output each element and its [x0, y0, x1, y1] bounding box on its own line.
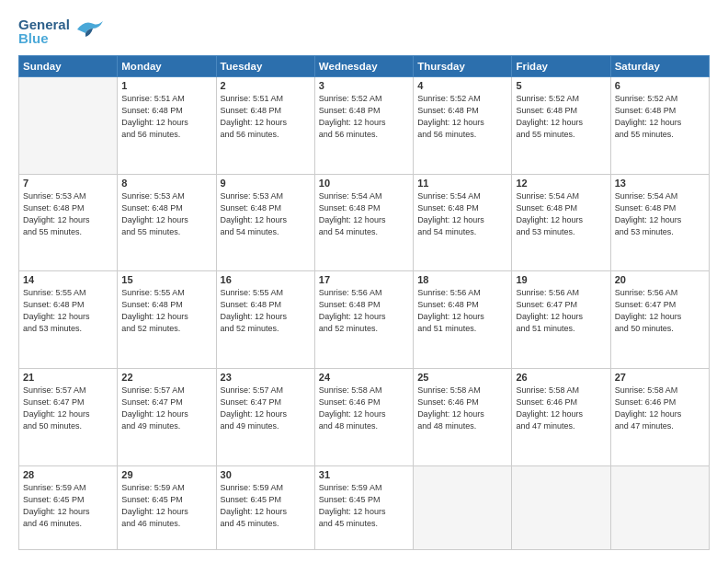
calendar-cell: 6Sunrise: 5:52 AMSunset: 6:48 PMDaylight…: [610, 77, 709, 175]
day-info: Sunrise: 5:58 AMSunset: 6:46 PMDaylight:…: [615, 385, 705, 432]
day-number: 1: [121, 80, 211, 91]
day-number: 2: [221, 80, 311, 91]
calendar-cell: 23Sunrise: 5:57 AMSunset: 6:47 PMDayligh…: [216, 369, 314, 466]
day-info: Sunrise: 5:53 AMSunset: 6:48 PMDaylight:…: [121, 190, 211, 238]
day-number: 8: [121, 178, 211, 189]
weekday-header-row: SundayMondayTuesdayWednesdayThursdayFrid…: [19, 56, 710, 77]
day-number: 28: [23, 469, 113, 480]
day-info: Sunrise: 5:51 AMSunset: 6:48 PMDaylight:…: [221, 93, 311, 141]
day-number: 16: [221, 274, 311, 285]
weekday-header-wednesday: Wednesday: [314, 56, 413, 77]
day-number: 24: [319, 372, 409, 383]
calendar-cell: 11Sunrise: 5:54 AMSunset: 6:48 PMDayligh…: [414, 174, 512, 271]
week-row-5: 28Sunrise: 5:59 AMSunset: 6:45 PMDayligh…: [19, 465, 710, 549]
day-info: Sunrise: 5:59 AMSunset: 6:45 PMDaylight:…: [221, 482, 311, 530]
day-number: 17: [319, 274, 409, 285]
calendar-cell: 12Sunrise: 5:54 AMSunset: 6:48 PMDayligh…: [512, 174, 610, 271]
calendar-cell: 16Sunrise: 5:55 AMSunset: 6:48 PMDayligh…: [216, 271, 314, 369]
day-number: 25: [417, 372, 507, 383]
calendar-cell: 31Sunrise: 5:59 AMSunset: 6:45 PMDayligh…: [314, 465, 413, 549]
logo-text-block: General Blue: [18, 17, 70, 46]
day-info: Sunrise: 5:57 AMSunset: 6:47 PMDaylight:…: [121, 385, 211, 432]
weekday-header-monday: Monday: [118, 56, 216, 77]
weekday-header-tuesday: Tuesday: [216, 56, 314, 77]
day-info: Sunrise: 5:52 AMSunset: 6:48 PMDaylight:…: [417, 93, 507, 141]
day-number: 11: [417, 178, 507, 189]
weekday-header-thursday: Thursday: [414, 56, 512, 77]
calendar-cell: [512, 465, 610, 549]
calendar-cell: 26Sunrise: 5:58 AMSunset: 6:46 PMDayligh…: [512, 369, 610, 466]
day-info: Sunrise: 5:54 AMSunset: 6:48 PMDaylight:…: [516, 190, 606, 238]
calendar-cell: [610, 465, 709, 549]
calendar-cell: 30Sunrise: 5:59 AMSunset: 6:45 PMDayligh…: [216, 465, 314, 549]
calendar-cell: 28Sunrise: 5:59 AMSunset: 6:45 PMDayligh…: [19, 465, 118, 549]
week-row-4: 21Sunrise: 5:57 AMSunset: 6:47 PMDayligh…: [19, 369, 710, 466]
calendar-cell: 22Sunrise: 5:57 AMSunset: 6:47 PMDayligh…: [118, 369, 216, 466]
day-info: Sunrise: 5:51 AMSunset: 6:48 PMDaylight:…: [121, 93, 211, 141]
calendar-cell: 25Sunrise: 5:58 AMSunset: 6:46 PMDayligh…: [414, 369, 512, 466]
calendar-cell: [414, 465, 512, 549]
week-row-3: 14Sunrise: 5:55 AMSunset: 6:48 PMDayligh…: [19, 271, 710, 369]
day-number: 30: [221, 469, 311, 480]
calendar-cell: 19Sunrise: 5:56 AMSunset: 6:47 PMDayligh…: [512, 271, 610, 369]
day-info: Sunrise: 5:57 AMSunset: 6:47 PMDaylight:…: [23, 385, 113, 432]
calendar-cell: 24Sunrise: 5:58 AMSunset: 6:46 PMDayligh…: [314, 369, 413, 466]
calendar-cell: 20Sunrise: 5:56 AMSunset: 6:47 PMDayligh…: [610, 271, 709, 369]
logo: General Blue: [18, 17, 105, 46]
calendar-cell: [19, 77, 118, 175]
day-number: 26: [516, 372, 606, 383]
day-info: Sunrise: 5:59 AMSunset: 6:45 PMDaylight:…: [319, 482, 409, 530]
day-info: Sunrise: 5:54 AMSunset: 6:48 PMDaylight:…: [319, 190, 409, 238]
weekday-header-sunday: Sunday: [19, 56, 118, 77]
day-info: Sunrise: 5:54 AMSunset: 6:48 PMDaylight:…: [615, 190, 705, 238]
calendar-cell: 4Sunrise: 5:52 AMSunset: 6:48 PMDaylight…: [414, 77, 512, 175]
day-info: Sunrise: 5:58 AMSunset: 6:46 PMDaylight:…: [417, 385, 507, 432]
day-number: 12: [516, 178, 606, 189]
header: General Blue: [18, 17, 710, 46]
calendar-cell: 2Sunrise: 5:51 AMSunset: 6:48 PMDaylight…: [216, 77, 314, 175]
calendar-cell: 27Sunrise: 5:58 AMSunset: 6:46 PMDayligh…: [610, 369, 709, 466]
day-info: Sunrise: 5:59 AMSunset: 6:45 PMDaylight:…: [23, 482, 113, 530]
week-row-2: 7Sunrise: 5:53 AMSunset: 6:48 PMDaylight…: [19, 174, 710, 271]
logo-blue: Blue: [18, 30, 70, 46]
day-info: Sunrise: 5:53 AMSunset: 6:48 PMDaylight:…: [23, 190, 113, 238]
bird-icon: [75, 18, 105, 42]
weekday-header-friday: Friday: [512, 56, 610, 77]
calendar-cell: 13Sunrise: 5:54 AMSunset: 6:48 PMDayligh…: [610, 174, 709, 271]
day-number: 3: [319, 80, 409, 91]
day-number: 6: [615, 80, 705, 91]
day-info: Sunrise: 5:56 AMSunset: 6:47 PMDaylight:…: [516, 287, 606, 335]
day-info: Sunrise: 5:54 AMSunset: 6:48 PMDaylight:…: [417, 190, 507, 238]
day-info: Sunrise: 5:55 AMSunset: 6:48 PMDaylight:…: [23, 287, 113, 335]
day-number: 18: [417, 274, 507, 285]
calendar-cell: 14Sunrise: 5:55 AMSunset: 6:48 PMDayligh…: [19, 271, 118, 369]
day-number: 22: [121, 372, 211, 383]
day-info: Sunrise: 5:56 AMSunset: 6:48 PMDaylight:…: [417, 287, 507, 335]
day-info: Sunrise: 5:55 AMSunset: 6:48 PMDaylight:…: [221, 287, 311, 335]
day-info: Sunrise: 5:58 AMSunset: 6:46 PMDaylight:…: [319, 385, 409, 432]
weekday-header-saturday: Saturday: [610, 56, 709, 77]
day-number: 23: [221, 372, 311, 383]
calendar-table: SundayMondayTuesdayWednesdayThursdayFrid…: [18, 55, 710, 550]
calendar-cell: 7Sunrise: 5:53 AMSunset: 6:48 PMDaylight…: [19, 174, 118, 271]
calendar-cell: 9Sunrise: 5:53 AMSunset: 6:48 PMDaylight…: [216, 174, 314, 271]
day-info: Sunrise: 5:55 AMSunset: 6:48 PMDaylight:…: [121, 287, 211, 335]
day-info: Sunrise: 5:58 AMSunset: 6:46 PMDaylight:…: [516, 385, 606, 432]
calendar-cell: 29Sunrise: 5:59 AMSunset: 6:45 PMDayligh…: [118, 465, 216, 549]
day-number: 5: [516, 80, 606, 91]
day-number: 29: [121, 469, 211, 480]
day-number: 27: [615, 372, 705, 383]
day-info: Sunrise: 5:56 AMSunset: 6:47 PMDaylight:…: [615, 287, 705, 335]
week-row-1: 1Sunrise: 5:51 AMSunset: 6:48 PMDaylight…: [19, 77, 710, 175]
calendar-cell: 21Sunrise: 5:57 AMSunset: 6:47 PMDayligh…: [19, 369, 118, 466]
day-number: 20: [615, 274, 705, 285]
day-number: 10: [319, 178, 409, 189]
day-number: 19: [516, 274, 606, 285]
day-number: 7: [23, 178, 113, 189]
calendar-cell: 15Sunrise: 5:55 AMSunset: 6:48 PMDayligh…: [118, 271, 216, 369]
calendar-cell: 8Sunrise: 5:53 AMSunset: 6:48 PMDaylight…: [118, 174, 216, 271]
calendar-cell: 10Sunrise: 5:54 AMSunset: 6:48 PMDayligh…: [314, 174, 413, 271]
day-info: Sunrise: 5:52 AMSunset: 6:48 PMDaylight:…: [319, 93, 409, 141]
day-number: 31: [319, 469, 409, 480]
calendar-cell: 5Sunrise: 5:52 AMSunset: 6:48 PMDaylight…: [512, 77, 610, 175]
